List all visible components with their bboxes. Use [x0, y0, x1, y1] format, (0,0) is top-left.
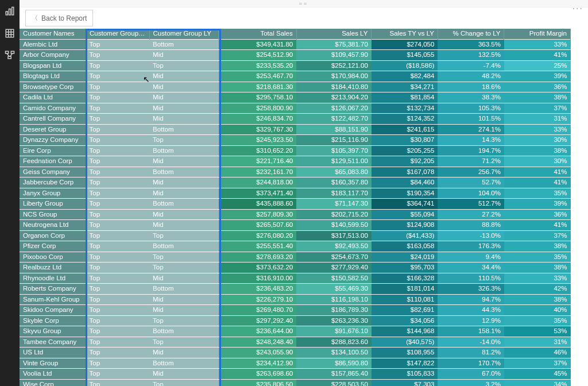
- cell: Top: [86, 220, 150, 231]
- cell: Top: [149, 252, 219, 263]
- table-row[interactable]: Blogtags LtdTopMid$253,467.70$170,984.00…: [20, 71, 571, 82]
- col-header[interactable]: Total Sales: [219, 29, 297, 39]
- cell: $140,599.50: [296, 220, 372, 231]
- table-row[interactable]: Alembic LtdTopBottom$349,431.80$75,381.7…: [20, 39, 571, 50]
- table-row[interactable]: Roberts CompanyTopBottom$236,483.20$55,4…: [20, 284, 571, 295]
- table-row[interactable]: Organon CorpTopTop$276,080.20$317,513.00…: [20, 230, 571, 241]
- cell: Top: [149, 337, 219, 348]
- cell: $145,055: [372, 50, 438, 61]
- table-row[interactable]: Skidoo CompanyTopMid$269,480.70$186,789.…: [20, 305, 571, 316]
- cell: $221,716.40: [219, 156, 297, 167]
- cell: Mid: [149, 209, 219, 220]
- report-view-icon[interactable]: [3, 5, 17, 18]
- cell: Top: [86, 114, 150, 125]
- cell: Top: [149, 379, 219, 386]
- data-view-icon[interactable]: [3, 26, 17, 40]
- cell: Janyx Group: [20, 188, 86, 199]
- cell: US Ltd: [20, 348, 86, 358]
- table-row[interactable]: Pfizer CorpTopBottom$255,551.40$92,493.5…: [20, 241, 571, 252]
- cell: $241,615: [372, 124, 438, 135]
- customer-table[interactable]: Customer NamesCustomer Group TYCustomer …: [20, 29, 571, 386]
- col-header[interactable]: Customer Group LY: [149, 29, 219, 39]
- cell: Top: [149, 263, 219, 273]
- cell: 36%: [504, 209, 571, 220]
- table-row[interactable]: Skyble CorpTopTop$297,292.40$263,236.30$…: [20, 315, 571, 326]
- table-row[interactable]: Pixoboo CorpTopTop$278,693.20$254,673.70…: [20, 252, 571, 263]
- cell: $232,161.70: [219, 167, 297, 177]
- table-row[interactable]: Wise CorpTopTop$235,806.50$228,503.50$7,…: [20, 379, 571, 386]
- table-row[interactable]: Browsetype CorpTopMid$218,681.30$184,410…: [20, 82, 571, 92]
- table-row[interactable]: Vinte GroupTopBottom$234,412.90$86,590.8…: [20, 358, 571, 369]
- table-row[interactable]: Eire CorpTopBottom$310,652.20$105,397.70…: [20, 145, 571, 156]
- cell: Bottom: [149, 199, 219, 210]
- cell: Bottom: [149, 358, 219, 369]
- cell: $218,681.30: [219, 82, 297, 92]
- chevron-left-icon: 〈: [32, 14, 38, 22]
- cell: Top: [86, 326, 150, 337]
- cell: Pixoboo Corp: [20, 252, 86, 263]
- table-row[interactable]: NCS GroupTopMid$257,809.30$202,715.20$55…: [20, 209, 571, 220]
- cell: Top: [86, 263, 150, 273]
- table-row[interactable]: Tambee CompanyTopTop$248,248.40$288,823.…: [20, 337, 571, 348]
- cell: Cadila Ltd: [20, 92, 86, 103]
- visual-more-options-icon[interactable]: ···: [572, 3, 583, 14]
- cell: $228,503.50: [296, 379, 372, 386]
- table-row[interactable]: Feednation CorpTopMid$221,716.40$129,511…: [20, 156, 571, 167]
- cell: $252,121.00: [296, 60, 372, 71]
- table-row[interactable]: Rhynoodle LtdTopMid$316,910.00$150,582.5…: [20, 273, 571, 284]
- table-row[interactable]: Dynazzy CompanyTopTop$245,923.50$215,116…: [20, 135, 571, 146]
- table-row[interactable]: Camido CompanyTopMid$258,800.90$126,067.…: [20, 103, 571, 114]
- table-row[interactable]: Neutrogena LtdTopMid$265,507.60$140,599.…: [20, 220, 571, 231]
- col-header[interactable]: % Change to LY: [438, 29, 504, 39]
- svg-rect-9: [11, 51, 14, 53]
- cell: $277,929.40: [296, 263, 372, 273]
- col-header[interactable]: Sales TY vs LY: [372, 29, 438, 39]
- table-row[interactable]: Arbor CompanyTopMid$254,512.90$109,457.9…: [20, 50, 571, 61]
- cell: Top: [149, 60, 219, 71]
- table-row[interactable]: Cantrell CompanyTopMid$246,834.70$122,48…: [20, 114, 571, 125]
- table-row[interactable]: Skyvu GroupTopBottom$236,644.00$91,676.1…: [20, 326, 571, 337]
- cell: Mid: [149, 369, 219, 380]
- table-row[interactable]: Janyx GroupTopMid$373,471.40$183,117.70$…: [20, 188, 571, 199]
- cell: $34,056: [372, 315, 438, 326]
- cell: $265,507.60: [219, 220, 297, 231]
- back-to-report-button[interactable]: 〈 Back to Report: [25, 10, 93, 26]
- svg-rect-2: [12, 7, 14, 16]
- cell: 37%: [504, 103, 571, 114]
- svg-rect-0: [6, 11, 7, 15]
- table-row[interactable]: Jabbercube CorpTopMid$244,818.00$160,357…: [20, 177, 571, 188]
- col-header[interactable]: Customer Names: [20, 29, 86, 39]
- cell: Top: [86, 199, 150, 210]
- cell: $263,698.60: [219, 369, 297, 380]
- cell: $34,271: [372, 82, 438, 92]
- cell: $263,236.30: [296, 315, 372, 326]
- svg-rect-8: [6, 51, 9, 53]
- canvas-grab-handle[interactable]: ==: [20, 0, 588, 7]
- cell: $255,551.40: [219, 241, 297, 252]
- model-view-icon[interactable]: [3, 48, 17, 62]
- cell: Mid: [149, 294, 219, 305]
- cell: 170.7%: [438, 358, 504, 369]
- table-row[interactable]: US LtdTopMid$243,055.90$134,100.50$108,9…: [20, 348, 571, 358]
- cell: 104.0%: [438, 188, 504, 199]
- cell: Bottom: [149, 326, 219, 337]
- cell: Top: [86, 209, 150, 220]
- cell: $126,067.20: [296, 103, 372, 114]
- table-row[interactable]: Blogspan LtdTopTop$233,535.20$252,121.00…: [20, 60, 571, 71]
- table-row[interactable]: Cadila LtdTopMid$295,758.10$213,904.20$8…: [20, 92, 571, 103]
- table-row[interactable]: Realbuzz LtdTopTop$373,632.20$277,929.40…: [20, 263, 571, 273]
- table-row[interactable]: Geiss CompanyTopBottom$232,161.70$65,083…: [20, 167, 571, 177]
- table-row[interactable]: Voolia LtdTopMid$263,698.60$157,865.40$1…: [20, 369, 571, 380]
- table-row[interactable]: Deseret GroupTopBottom$329,767.30$88,151…: [20, 124, 571, 135]
- cell: $310,652.20: [219, 145, 297, 156]
- cell: $297,292.40: [219, 315, 297, 326]
- col-header[interactable]: Profit Margin: [504, 29, 571, 39]
- cell: $24,019: [372, 252, 438, 263]
- cell: Top: [86, 252, 150, 263]
- cell: $163,058: [372, 241, 438, 252]
- table-row[interactable]: Liberty GroupTopBottom$435,888.60$71,147…: [20, 199, 571, 210]
- col-header[interactable]: Sales LY: [296, 29, 372, 39]
- table-row[interactable]: Sanum-Kehl GroupTopMid$226,279.10$116,19…: [20, 294, 571, 305]
- col-header[interactable]: Customer Group TY: [86, 29, 150, 39]
- cell: Rhynoodle Ltd: [20, 273, 86, 284]
